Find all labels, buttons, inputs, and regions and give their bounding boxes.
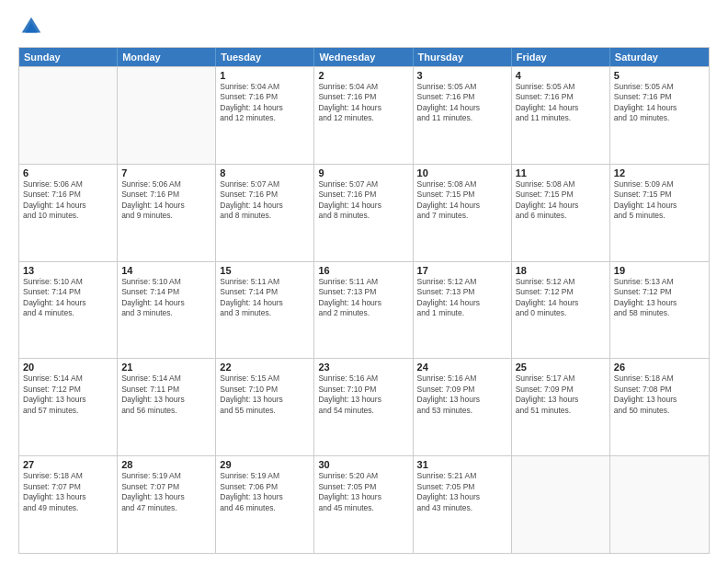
- header-day-saturday: Saturday: [610, 48, 709, 66]
- cal-cell: 18Sunrise: 5:12 AMSunset: 7:12 PMDayligh…: [512, 262, 610, 359]
- cal-cell: 11Sunrise: 5:08 AMSunset: 7:15 PMDayligh…: [512, 165, 610, 261]
- cell-info: Sunrise: 5:18 AMSunset: 7:08 PMDaylight:…: [614, 373, 705, 416]
- cell-info: Sunrise: 5:04 AMSunset: 7:16 PMDaylight:…: [220, 82, 310, 124]
- cell-info: Sunrise: 5:08 AMSunset: 7:15 PMDaylight:…: [516, 179, 606, 222]
- cell-info: Sunrise: 5:10 AMSunset: 7:14 PMDaylight:…: [121, 277, 211, 319]
- cal-row-1: 6Sunrise: 5:06 AMSunset: 7:16 PMDaylight…: [19, 164, 709, 261]
- cell-info: Sunrise: 5:15 AMSunset: 7:10 PMDaylight:…: [220, 373, 310, 416]
- header-day-tuesday: Tuesday: [216, 48, 314, 66]
- cal-cell: 12Sunrise: 5:09 AMSunset: 7:15 PMDayligh…: [610, 165, 709, 261]
- cal-cell: 25Sunrise: 5:17 AMSunset: 7:09 PMDayligh…: [512, 359, 610, 455]
- cell-info: Sunrise: 5:06 AMSunset: 7:16 PMDaylight:…: [23, 179, 113, 222]
- cal-cell: 3Sunrise: 5:05 AMSunset: 7:16 PMDaylight…: [414, 67, 512, 164]
- day-number: 9: [318, 167, 408, 178]
- cal-cell: 2Sunrise: 5:04 AMSunset: 7:16 PMDaylight…: [314, 67, 413, 164]
- cell-info: Sunrise: 5:05 AMSunset: 7:16 PMDaylight:…: [516, 82, 606, 124]
- header-day-monday: Monday: [118, 48, 216, 66]
- cal-cell: 8Sunrise: 5:07 AMSunset: 7:16 PMDaylight…: [216, 165, 314, 261]
- day-number: 15: [220, 265, 310, 276]
- day-number: 3: [417, 70, 507, 81]
- cal-cell: 29Sunrise: 5:19 AMSunset: 7:06 PMDayligh…: [216, 456, 314, 553]
- cell-info: Sunrise: 5:10 AMSunset: 7:14 PMDaylight:…: [23, 277, 113, 319]
- cell-info: Sunrise: 5:12 AMSunset: 7:12 PMDaylight:…: [516, 277, 606, 319]
- header-day-thursday: Thursday: [414, 48, 512, 66]
- page-header: [18, 14, 710, 40]
- cell-info: Sunrise: 5:18 AMSunset: 7:07 PMDaylight:…: [23, 471, 113, 513]
- cal-cell: 15Sunrise: 5:11 AMSunset: 7:14 PMDayligh…: [216, 262, 314, 359]
- cal-row-0: 1Sunrise: 5:04 AMSunset: 7:16 PMDaylight…: [19, 66, 709, 164]
- day-number: 19: [614, 265, 705, 276]
- cal-cell: 1Sunrise: 5:04 AMSunset: 7:16 PMDaylight…: [216, 67, 314, 164]
- day-number: 31: [417, 459, 507, 470]
- calendar-page: SundayMondayTuesdayWednesdayThursdayFrid…: [0, 0, 728, 563]
- header-day-friday: Friday: [512, 48, 610, 66]
- day-number: 1: [220, 70, 310, 81]
- cell-info: Sunrise: 5:21 AMSunset: 7:05 PMDaylight:…: [417, 471, 507, 513]
- cal-cell: 10Sunrise: 5:08 AMSunset: 7:15 PMDayligh…: [414, 165, 512, 261]
- day-number: 16: [318, 265, 408, 276]
- cell-info: Sunrise: 5:17 AMSunset: 7:09 PMDaylight:…: [516, 373, 606, 416]
- cell-info: Sunrise: 5:11 AMSunset: 7:14 PMDaylight:…: [220, 277, 310, 319]
- day-number: 8: [220, 167, 310, 178]
- cal-row-3: 20Sunrise: 5:14 AMSunset: 7:12 PMDayligh…: [19, 358, 709, 455]
- cal-cell: 19Sunrise: 5:13 AMSunset: 7:12 PMDayligh…: [610, 262, 709, 359]
- cal-cell: 7Sunrise: 5:06 AMSunset: 7:16 PMDaylight…: [118, 165, 216, 261]
- logo-icon: [18, 14, 44, 40]
- cal-cell: 9Sunrise: 5:07 AMSunset: 7:16 PMDaylight…: [314, 165, 413, 261]
- cal-cell: 17Sunrise: 5:12 AMSunset: 7:13 PMDayligh…: [414, 262, 512, 359]
- cell-info: Sunrise: 5:19 AMSunset: 7:07 PMDaylight:…: [121, 471, 211, 513]
- cell-info: Sunrise: 5:20 AMSunset: 7:05 PMDaylight:…: [318, 471, 408, 513]
- cal-row-2: 13Sunrise: 5:10 AMSunset: 7:14 PMDayligh…: [19, 261, 709, 359]
- day-number: 20: [23, 362, 113, 373]
- day-number: 26: [614, 362, 705, 373]
- cal-cell: 30Sunrise: 5:20 AMSunset: 7:05 PMDayligh…: [314, 456, 413, 553]
- cal-cell: 28Sunrise: 5:19 AMSunset: 7:07 PMDayligh…: [118, 456, 216, 553]
- cal-cell: 21Sunrise: 5:14 AMSunset: 7:11 PMDayligh…: [118, 359, 216, 455]
- day-number: 11: [516, 167, 606, 178]
- day-number: 4: [516, 70, 606, 81]
- day-number: 18: [516, 265, 606, 276]
- cell-info: Sunrise: 5:16 AMSunset: 7:10 PMDaylight:…: [318, 373, 408, 416]
- day-number: 27: [23, 459, 113, 470]
- day-number: 30: [318, 459, 408, 470]
- day-number: 10: [417, 167, 507, 178]
- cal-cell: [19, 67, 118, 164]
- cal-row-4: 27Sunrise: 5:18 AMSunset: 7:07 PMDayligh…: [19, 455, 709, 553]
- day-number: 21: [121, 362, 211, 373]
- day-number: 22: [220, 362, 310, 373]
- cell-info: Sunrise: 5:05 AMSunset: 7:16 PMDaylight:…: [417, 82, 507, 124]
- cell-info: Sunrise: 5:14 AMSunset: 7:11 PMDaylight:…: [121, 373, 211, 416]
- cell-info: Sunrise: 5:16 AMSunset: 7:09 PMDaylight:…: [417, 373, 507, 416]
- day-number: 2: [318, 70, 408, 81]
- cell-info: Sunrise: 5:08 AMSunset: 7:15 PMDaylight:…: [417, 179, 507, 222]
- cal-cell: 13Sunrise: 5:10 AMSunset: 7:14 PMDayligh…: [19, 262, 118, 359]
- cal-cell: 6Sunrise: 5:06 AMSunset: 7:16 PMDaylight…: [19, 165, 118, 261]
- day-number: 14: [121, 265, 211, 276]
- cal-cell: 4Sunrise: 5:05 AMSunset: 7:16 PMDaylight…: [512, 67, 610, 164]
- cell-info: Sunrise: 5:07 AMSunset: 7:16 PMDaylight:…: [220, 179, 310, 222]
- day-number: 25: [516, 362, 606, 373]
- cal-cell: 26Sunrise: 5:18 AMSunset: 7:08 PMDayligh…: [610, 359, 709, 455]
- calendar-header: SundayMondayTuesdayWednesdayThursdayFrid…: [19, 48, 709, 66]
- cell-info: Sunrise: 5:04 AMSunset: 7:16 PMDaylight:…: [318, 82, 408, 124]
- cell-info: Sunrise: 5:06 AMSunset: 7:16 PMDaylight:…: [121, 179, 211, 222]
- cell-info: Sunrise: 5:19 AMSunset: 7:06 PMDaylight:…: [220, 471, 310, 513]
- day-number: 29: [220, 459, 310, 470]
- cell-info: Sunrise: 5:13 AMSunset: 7:12 PMDaylight:…: [614, 277, 705, 319]
- cal-cell: 5Sunrise: 5:05 AMSunset: 7:16 PMDaylight…: [610, 67, 709, 164]
- cell-info: Sunrise: 5:14 AMSunset: 7:12 PMDaylight:…: [23, 373, 113, 416]
- cell-info: Sunrise: 5:11 AMSunset: 7:13 PMDaylight:…: [318, 277, 408, 319]
- cell-info: Sunrise: 5:12 AMSunset: 7:13 PMDaylight:…: [417, 277, 507, 319]
- cal-cell: 31Sunrise: 5:21 AMSunset: 7:05 PMDayligh…: [414, 456, 512, 553]
- calendar: SundayMondayTuesdayWednesdayThursdayFrid…: [18, 47, 710, 554]
- logo: [18, 14, 49, 40]
- day-number: 17: [417, 265, 507, 276]
- cal-cell: [512, 456, 610, 553]
- cal-cell: [610, 456, 709, 553]
- calendar-body: 1Sunrise: 5:04 AMSunset: 7:16 PMDaylight…: [19, 66, 709, 553]
- cal-cell: 14Sunrise: 5:10 AMSunset: 7:14 PMDayligh…: [118, 262, 216, 359]
- day-number: 24: [417, 362, 507, 373]
- day-number: 13: [23, 265, 113, 276]
- day-number: 28: [121, 459, 211, 470]
- cell-info: Sunrise: 5:07 AMSunset: 7:16 PMDaylight:…: [318, 179, 408, 222]
